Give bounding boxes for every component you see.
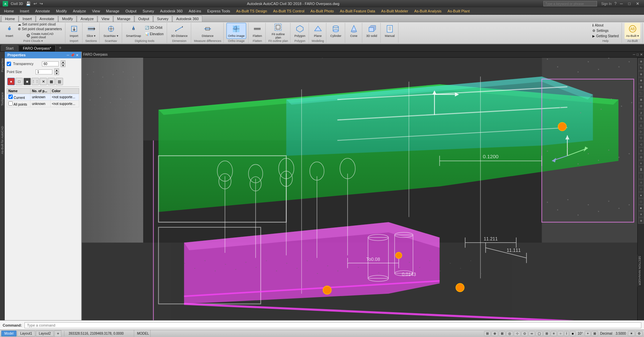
ribbon-tab-annotate[interactable]: Annotate (36, 15, 58, 22)
viewport-minimize[interactable]: ─ (633, 53, 635, 56)
close-button[interactable]: ✕ (634, 1, 641, 7)
ribbon-tab-output[interactable]: Output (135, 15, 153, 22)
status-btn-ortho[interactable]: ⊠ (499, 331, 505, 336)
ribbon-btn-fitoutline[interactable]: Fit outlineplan (270, 23, 286, 39)
ribbon-btn-setparams[interactable]: ⚙ Set point cloud parameters (17, 27, 63, 31)
properties-pin[interactable]: 📌 (70, 53, 74, 57)
right-icon-l1[interactable]: ╔ (638, 109, 644, 115)
viewport-close[interactable]: ✕ (640, 53, 643, 56)
ribbon-btn-scannav[interactable]: ScanNav ▾ (102, 23, 120, 39)
ribbon-tab-view[interactable]: View (98, 15, 113, 22)
status-btn-config[interactable]: ⚙ (636, 331, 643, 336)
transparency-input[interactable] (42, 61, 59, 66)
right-icon-w2[interactable]: ⊡ (638, 103, 644, 109)
allpoints-checkbox[interactable] (8, 101, 13, 106)
tab-add[interactable]: + (54, 330, 61, 337)
viewport-maximize[interactable]: □ (637, 53, 639, 56)
status-btn-polar[interactable]: ◎ (506, 331, 513, 336)
ribbon-tab-manage[interactable]: Manage (113, 15, 134, 22)
menu-autodesk360[interactable]: Autodesk 360 (157, 8, 185, 14)
table-row[interactable]: All points unknown <not supporte... (7, 101, 79, 107)
right-icon-s2[interactable]: ≣ (638, 167, 644, 173)
right-icon-m2[interactable]: ◎ (638, 154, 644, 160)
status-btn-grid[interactable]: ⊞ (484, 331, 491, 336)
menu-modify[interactable]: Modify (53, 8, 69, 14)
status-btn-isolate[interactable]: ☀ (628, 331, 635, 336)
ribbon-btn-asbuilt[interactable]: AB As-Built ▾ (625, 23, 640, 39)
pointsize-input[interactable] (36, 69, 52, 74)
pointsize-up[interactable]: ▲ (54, 68, 59, 72)
right-icon-p1[interactable]: ○ (638, 186, 644, 192)
side-label-toolspace[interactable]: Toolspace (1, 92, 4, 106)
ribbon-tab-survey[interactable]: Survey (153, 15, 172, 22)
ribbon-tab-360[interactable]: Autodesk 360 (172, 15, 202, 22)
ribbon-btn-setcurrent[interactable]: ☁ Set current point cloud (17, 22, 63, 26)
ribbon-btn-createautocad[interactable]: ⚙ Create AutoCADpoint cloud (17, 32, 63, 40)
viewport[interactable]: FARO Overpass ─ □ ✕ (82, 52, 644, 320)
right-icon-g2[interactable]: ⊹ (638, 179, 644, 185)
menu-asbuilt-featuredata[interactable]: As-Built Feature Data (337, 8, 378, 14)
icon-btn-dots[interactable]: ⋮⋮ (32, 78, 39, 85)
help-icon[interactable]: ? (614, 1, 617, 6)
menu-addins[interactable]: Add-ins (186, 8, 204, 14)
current-checkbox[interactable] (8, 95, 13, 99)
maximize-button[interactable]: □ (626, 1, 633, 7)
right-icon-a4[interactable]: ◁ (638, 141, 644, 147)
status-btn-qp[interactable]: i (564, 331, 569, 336)
doc-tab-add[interactable]: + (56, 44, 64, 51)
icon-btn-x[interactable]: ✕ (40, 78, 47, 85)
right-icon-select[interactable]: ⊞ (638, 84, 644, 90)
properties-header[interactable]: Properties ─ 📌 ✕ (5, 52, 81, 58)
status-btn-lweight[interactable]: ≡ (551, 331, 557, 336)
menu-insert[interactable]: Insert (17, 8, 32, 14)
right-icon-snap[interactable]: ⊕ (638, 58, 644, 64)
ribbon-btn-distance[interactable]: Distance (200, 23, 215, 39)
right-icon-pan[interactable]: ✥ (638, 77, 644, 83)
properties-close[interactable]: ✕ (76, 53, 78, 57)
menu-asbuilt-analysis[interactable]: As-Built Analysis (412, 8, 444, 14)
ribbon-btn-polygon[interactable]: Polygon (293, 23, 307, 39)
ribbon-tab-analyze[interactable]: Analyze (77, 15, 97, 22)
menu-analyze[interactable]: Analyze (70, 8, 89, 14)
ribbon-btn-manual[interactable]: Manual (383, 23, 396, 39)
status-btn-ws[interactable]: ⊠ (591, 331, 598, 336)
command-input[interactable] (24, 322, 641, 328)
ribbon-btn-cylinder[interactable]: Cylinder (329, 23, 343, 39)
ribbon-btn-smartsnap[interactable]: SmartSnap (125, 23, 143, 39)
doc-tab-start[interactable]: Start (1, 45, 18, 51)
right-icon-a3[interactable]: ▽ (638, 135, 644, 141)
right-icon-g1[interactable]: ⋮ (638, 173, 644, 179)
icon-btn-dark[interactable]: ■ (23, 78, 31, 85)
ribbon-btn-elevation[interactable]: 📊 Elevation (144, 31, 165, 37)
side-label-asbuilt[interactable]: As-Built for AutoCAD (1, 126, 4, 154)
menu-asbuilt-plant[interactable]: As-Built Plant (445, 8, 472, 14)
menu-output[interactable]: Output (123, 8, 139, 14)
status-btn-sel[interactable]: ■ (570, 331, 576, 336)
tab-layout2[interactable]: Layout2 (36, 331, 54, 336)
ribbon-btn-3dsolid[interactable]: 3D solid (365, 23, 379, 39)
properties-collapse[interactable]: ─ (67, 53, 69, 57)
keyword-search[interactable] (543, 1, 597, 6)
icon-btn-red[interactable]: ● (7, 78, 15, 85)
ribbon-btn-3dorbit[interactable]: 🔄 3D-Orbit (144, 24, 165, 31)
icon-btn-grid2[interactable]: ▥ (56, 78, 63, 85)
icon-btn-white[interactable]: □ (15, 78, 23, 85)
quick-access-undo[interactable]: ↩ (34, 1, 37, 6)
ribbon-tab-modify[interactable]: Modify (58, 15, 76, 22)
right-icon-w1[interactable]: ⊠ (638, 97, 644, 103)
status-btn-osnap[interactable]: ⊹ (514, 331, 521, 336)
transparency-down[interactable]: ▼ (61, 64, 65, 67)
menu-asbuilt-modeler[interactable]: As-Built Modeler (378, 8, 411, 14)
right-icon-zoom[interactable]: ⊕ (638, 71, 644, 77)
menu-survey[interactable]: Survey (140, 8, 157, 14)
ribbon-btn-settings[interactable]: ⚙ Settings (591, 28, 620, 33)
right-icon-a1[interactable]: △ (638, 122, 644, 128)
status-model[interactable]: MODEL (136, 330, 151, 337)
right-icon-m1[interactable]: ⊙ (638, 148, 644, 154)
ribbon-tab-home[interactable]: Home (1, 15, 18, 22)
menu-annotate[interactable]: Annotate (33, 8, 53, 14)
status-btn-snap[interactable]: ⊕ (491, 331, 498, 336)
right-icon-rotate[interactable]: ↻ (638, 65, 644, 71)
status-btn-annot[interactable]: + (585, 331, 591, 336)
status-coordinates[interactable]: 393328.5116, 2109469.3178, 0.0000 (67, 330, 134, 337)
